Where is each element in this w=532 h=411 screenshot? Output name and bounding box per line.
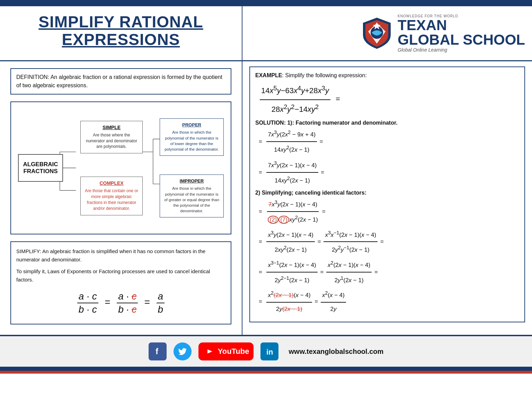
bottom-blue-bar: [0, 367, 532, 371]
definition-box: DEFINITION: An algebraic fraction or a r…: [10, 68, 231, 95]
step1-math: = 7x3y(2x2 − 9x + 4) 14xy2(2x − 1) = = 7…: [255, 127, 519, 187]
website-url: www.texanglobalschool.com: [289, 348, 384, 356]
top-bar: [0, 0, 532, 6]
diagram-inner: ALGEBRAIC FRACTIONS SIMPLE Are those whe…: [18, 109, 224, 227]
main-content: DEFINITION: An algebraic fraction or a r…: [0, 61, 532, 335]
simple-box: SIMPLE Are those where the numerator and…: [80, 121, 143, 153]
improper-box: IMPROPER Are those in which the polynomi…: [160, 175, 224, 217]
linkedin-icon[interactable]: in: [260, 342, 278, 360]
logo-area: KNOWLEDGE FOR THE WORLD TEXAN GLOBAL SCH…: [242, 6, 532, 60]
step2-line2: = x3y(2x − 1)(x − 4) 2xy2(2x − 1) = x3x−…: [259, 228, 519, 256]
left-column: DEFINITION: An algebraic fraction or a r…: [0, 61, 242, 335]
step2-math: = 7x3y(2x − 1)(x − 4) (2)(7)xy2(2x − 1) …: [255, 197, 519, 315]
step2-line1: = 7x3y(2x − 1)(x − 4) (2)(7)xy2(2x − 1) …: [259, 197, 519, 225]
solution-header: SOLUTION: 1): Factoring numerator and de…: [255, 120, 519, 126]
diagram-box: ALGEBRAIC FRACTIONS SIMPLE Are those whe…: [10, 101, 231, 234]
facebook-icon[interactable]: f: [149, 342, 167, 360]
header-area: SIMPLIFY RATIONAL EXPRESSIONS KNOWLEDGE …: [0, 6, 532, 61]
step1-line1: = 7x3y(2x2 − 9x + 4) 14xy2(2x − 1) =: [259, 127, 519, 155]
simplify-formula: a · c b · c = a · c b · c = a b: [16, 287, 225, 319]
example-box: EXAMPLE: Simplify the following expressi…: [249, 66, 525, 322]
complex-box: COMPLEX Are those that contain one or mo…: [80, 177, 143, 215]
step2-header: 2) Simplifying; canceling identical fact…: [255, 190, 519, 196]
main-frac: 14x5y−63x4y+28x3y 28x2y2−14xy2: [260, 82, 330, 117]
middle-boxes: SIMPLE Are those where the numerator and…: [80, 109, 143, 227]
bottom-bars: [0, 367, 532, 374]
right-column: EXAMPLE: Simplify the following expressi…: [242, 61, 532, 335]
svg-text:f: f: [156, 347, 159, 356]
example-title: EXAMPLE: Simplify the following expressi…: [255, 72, 519, 79]
step2-line3: = x3−1(2x − 1)(x − 4) 2y2−1(2x − 1) = x2…: [259, 258, 519, 286]
algebraic-fractions-box: ALGEBRAIC FRACTIONS: [18, 154, 63, 182]
svg-text:in: in: [266, 348, 273, 356]
twitter-icon[interactable]: [174, 342, 192, 360]
proper-box: PROPER Are those in which the polynomial…: [160, 118, 224, 155]
footer: f YouTube in www.texanglobalschool.com: [0, 335, 532, 367]
simplify-box: SIMPLIFY: An algebraic fraction is simpl…: [10, 241, 231, 324]
formula-frac1: a · c b · c: [77, 291, 98, 315]
example-problem-text: : Simplify the following expression:: [282, 72, 367, 78]
step2-line4: = x2(2x − 1)(x − 4) 2y(2x − 1) = x2(x − …: [259, 288, 519, 315]
title-area: SIMPLIFY RATIONAL EXPRESSIONS: [0, 6, 242, 60]
logo-shield-icon: [361, 16, 392, 51]
youtube-icon[interactable]: YouTube: [198, 342, 254, 360]
page-title: SIMPLIFY RATIONAL EXPRESSIONS: [10, 13, 231, 48]
formula-frac3: a b: [157, 291, 165, 315]
main-expression: 14x5y−63x4y+28x3y 28x2y2−14xy2 =: [255, 82, 519, 117]
formula-frac2: a · c b · c: [117, 291, 138, 315]
right-boxes: PROPER Are those in which the polynomial…: [160, 109, 224, 227]
step1-line2: = 7x3y(2x − 1)(x − 4) 14xy2(2x − 1) =: [259, 158, 519, 186]
logo-text: KNOWLEDGE FOR THE WORLD TEXAN GLOBAL SCH…: [398, 14, 525, 53]
bottom-red-bar: [0, 371, 532, 374]
